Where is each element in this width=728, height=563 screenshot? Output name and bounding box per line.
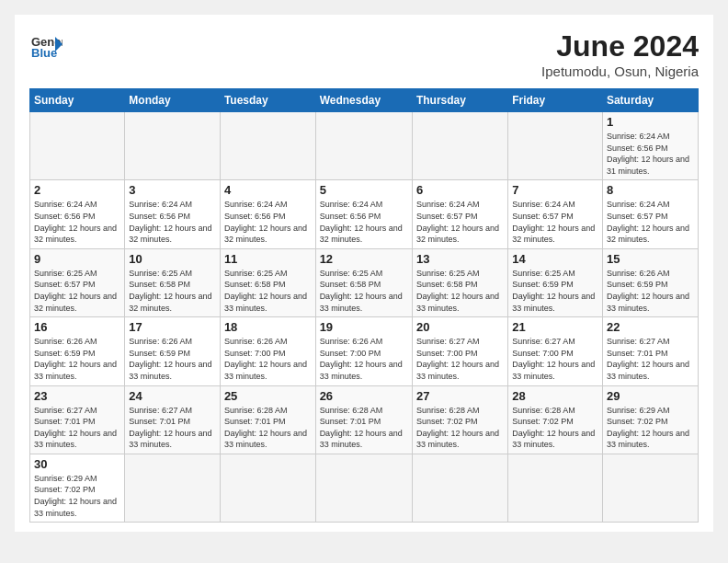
weekday-header-row: SundayMondayTuesdayWednesdayThursdayFrid…: [30, 89, 699, 112]
calendar-cell: 15Sunrise: 6:26 AM Sunset: 6:59 PM Dayli…: [602, 248, 698, 316]
day-info: Sunrise: 6:25 AM Sunset: 6:57 PM Dayligh…: [34, 268, 120, 314]
day-number: 13: [416, 252, 504, 266]
day-number: 29: [607, 389, 694, 403]
calendar-cell: 26Sunrise: 6:28 AM Sunset: 7:01 PM Dayli…: [315, 385, 412, 454]
svg-text:Blue: Blue: [31, 46, 57, 60]
day-number: 17: [129, 320, 216, 334]
day-number: 21: [512, 320, 598, 334]
day-number: 27: [416, 389, 504, 403]
day-number: 26: [320, 389, 408, 403]
day-number: 1: [607, 115, 694, 129]
week-row-2: 2Sunrise: 6:24 AM Sunset: 6:56 PM Daylig…: [30, 180, 699, 248]
logo: General Blue: [29, 29, 63, 63]
day-info: Sunrise: 6:25 AM Sunset: 6:58 PM Dayligh…: [416, 268, 504, 314]
weekday-wednesday: Wednesday: [315, 89, 412, 112]
calendar-cell: 5Sunrise: 6:24 AM Sunset: 6:56 PM Daylig…: [315, 180, 412, 248]
calendar-cell: [125, 112, 221, 180]
day-number: 8: [607, 183, 694, 197]
calendar-cell: 30Sunrise: 6:29 AM Sunset: 7:02 PM Dayli…: [30, 454, 125, 522]
title-block: June 2024 Ipetumodu, Osun, Nigeria: [541, 29, 699, 79]
day-number: 4: [224, 183, 312, 197]
calendar-cell: 17Sunrise: 6:26 AM Sunset: 6:59 PM Dayli…: [125, 317, 221, 385]
title-location: Ipetumodu, Osun, Nigeria: [541, 63, 699, 79]
day-number: 6: [416, 183, 504, 197]
day-info: Sunrise: 6:24 AM Sunset: 6:57 PM Dayligh…: [607, 199, 694, 245]
calendar-cell: 20Sunrise: 6:27 AM Sunset: 7:00 PM Dayli…: [412, 317, 507, 385]
day-number: 9: [34, 252, 120, 266]
day-info: Sunrise: 6:24 AM Sunset: 6:56 PM Dayligh…: [34, 199, 120, 245]
weekday-thursday: Thursday: [412, 89, 507, 112]
day-number: 25: [224, 389, 312, 403]
week-row-4: 16Sunrise: 6:26 AM Sunset: 6:59 PM Dayli…: [30, 317, 699, 385]
calendar-cell: [30, 112, 125, 180]
day-info: Sunrise: 6:28 AM Sunset: 7:01 PM Dayligh…: [320, 405, 408, 451]
weekday-saturday: Saturday: [602, 89, 698, 112]
day-info: Sunrise: 6:28 AM Sunset: 7:02 PM Dayligh…: [416, 405, 504, 451]
day-number: 19: [320, 320, 408, 334]
week-row-5: 23Sunrise: 6:27 AM Sunset: 7:01 PM Dayli…: [30, 385, 699, 454]
day-number: 2: [34, 183, 120, 197]
day-info: Sunrise: 6:29 AM Sunset: 7:02 PM Dayligh…: [607, 405, 694, 451]
calendar-cell: 19Sunrise: 6:26 AM Sunset: 7:00 PM Dayli…: [315, 317, 412, 385]
day-number: 30: [34, 457, 120, 471]
week-row-3: 9Sunrise: 6:25 AM Sunset: 6:57 PM Daylig…: [30, 248, 699, 316]
weekday-monday: Monday: [125, 89, 221, 112]
day-info: Sunrise: 6:29 AM Sunset: 7:02 PM Dayligh…: [34, 473, 120, 519]
calendar-cell: 10Sunrise: 6:25 AM Sunset: 6:58 PM Dayli…: [125, 248, 221, 316]
weekday-tuesday: Tuesday: [220, 89, 315, 112]
day-info: Sunrise: 6:25 AM Sunset: 6:58 PM Dayligh…: [320, 268, 408, 314]
calendar-cell: 21Sunrise: 6:27 AM Sunset: 7:00 PM Dayli…: [508, 317, 603, 385]
day-info: Sunrise: 6:25 AM Sunset: 6:58 PM Dayligh…: [224, 268, 312, 314]
day-info: Sunrise: 6:27 AM Sunset: 7:01 PM Dayligh…: [34, 405, 120, 451]
day-info: Sunrise: 6:24 AM Sunset: 6:56 PM Dayligh…: [320, 199, 408, 245]
calendar-cell: 7Sunrise: 6:24 AM Sunset: 6:57 PM Daylig…: [508, 180, 603, 248]
day-info: Sunrise: 6:27 AM Sunset: 7:01 PM Dayligh…: [129, 405, 216, 451]
calendar-cell: 22Sunrise: 6:27 AM Sunset: 7:01 PM Dayli…: [602, 317, 698, 385]
day-info: Sunrise: 6:24 AM Sunset: 6:57 PM Dayligh…: [416, 199, 504, 245]
calendar-cell: 24Sunrise: 6:27 AM Sunset: 7:01 PM Dayli…: [125, 385, 221, 454]
calendar-cell: 1Sunrise: 6:24 AM Sunset: 6:56 PM Daylig…: [602, 112, 698, 180]
day-info: Sunrise: 6:27 AM Sunset: 7:00 PM Dayligh…: [416, 336, 504, 382]
day-info: Sunrise: 6:26 AM Sunset: 6:59 PM Dayligh…: [34, 336, 120, 382]
calendar-cell: 16Sunrise: 6:26 AM Sunset: 6:59 PM Dayli…: [30, 317, 125, 385]
calendar-cell: 14Sunrise: 6:25 AM Sunset: 6:59 PM Dayli…: [508, 248, 603, 316]
day-number: 22: [607, 320, 694, 334]
day-number: 5: [320, 183, 408, 197]
day-number: 7: [512, 183, 598, 197]
calendar-cell: 25Sunrise: 6:28 AM Sunset: 7:01 PM Dayli…: [220, 385, 315, 454]
weekday-friday: Friday: [508, 89, 603, 112]
day-number: 20: [416, 320, 504, 334]
day-info: Sunrise: 6:28 AM Sunset: 7:01 PM Dayligh…: [224, 405, 312, 451]
calendar-cell: 6Sunrise: 6:24 AM Sunset: 6:57 PM Daylig…: [412, 180, 507, 248]
day-number: 24: [129, 389, 216, 403]
calendar-cell: 29Sunrise: 6:29 AM Sunset: 7:02 PM Dayli…: [602, 385, 698, 454]
calendar-cell: 23Sunrise: 6:27 AM Sunset: 7:01 PM Dayli…: [30, 385, 125, 454]
calendar-cell: 4Sunrise: 6:24 AM Sunset: 6:56 PM Daylig…: [220, 180, 315, 248]
calendar-cell: 18Sunrise: 6:26 AM Sunset: 7:00 PM Dayli…: [220, 317, 315, 385]
calendar-cell: 3Sunrise: 6:24 AM Sunset: 6:56 PM Daylig…: [125, 180, 221, 248]
day-info: Sunrise: 6:24 AM Sunset: 6:56 PM Dayligh…: [224, 199, 312, 245]
title-month: June 2024: [541, 29, 699, 63]
calendar-cell: 11Sunrise: 6:25 AM Sunset: 6:58 PM Dayli…: [220, 248, 315, 316]
calendar-cell: [412, 112, 507, 180]
day-number: 3: [129, 183, 216, 197]
calendar-cell: [412, 454, 507, 522]
calendar-cell: 2Sunrise: 6:24 AM Sunset: 6:56 PM Daylig…: [30, 180, 125, 248]
calendar-cell: 27Sunrise: 6:28 AM Sunset: 7:02 PM Dayli…: [412, 385, 507, 454]
day-number: 28: [512, 389, 598, 403]
weekday-sunday: Sunday: [30, 89, 125, 112]
day-info: Sunrise: 6:28 AM Sunset: 7:02 PM Dayligh…: [512, 405, 598, 451]
calendar-cell: [125, 454, 221, 522]
day-number: 23: [34, 389, 120, 403]
calendar-cell: [508, 112, 603, 180]
calendar-cell: 12Sunrise: 6:25 AM Sunset: 6:58 PM Dayli…: [315, 248, 412, 316]
day-info: Sunrise: 6:27 AM Sunset: 7:01 PM Dayligh…: [607, 336, 694, 382]
page: General Blue June 2024 Ipetumodu, Osun, …: [15, 15, 713, 532]
calendar-cell: 28Sunrise: 6:28 AM Sunset: 7:02 PM Dayli…: [508, 385, 603, 454]
calendar-cell: 13Sunrise: 6:25 AM Sunset: 6:58 PM Dayli…: [412, 248, 507, 316]
header: General Blue June 2024 Ipetumodu, Osun, …: [29, 29, 699, 79]
day-number: 18: [224, 320, 312, 334]
day-number: 16: [34, 320, 120, 334]
calendar-cell: [220, 112, 315, 180]
day-info: Sunrise: 6:25 AM Sunset: 6:58 PM Dayligh…: [129, 268, 216, 314]
